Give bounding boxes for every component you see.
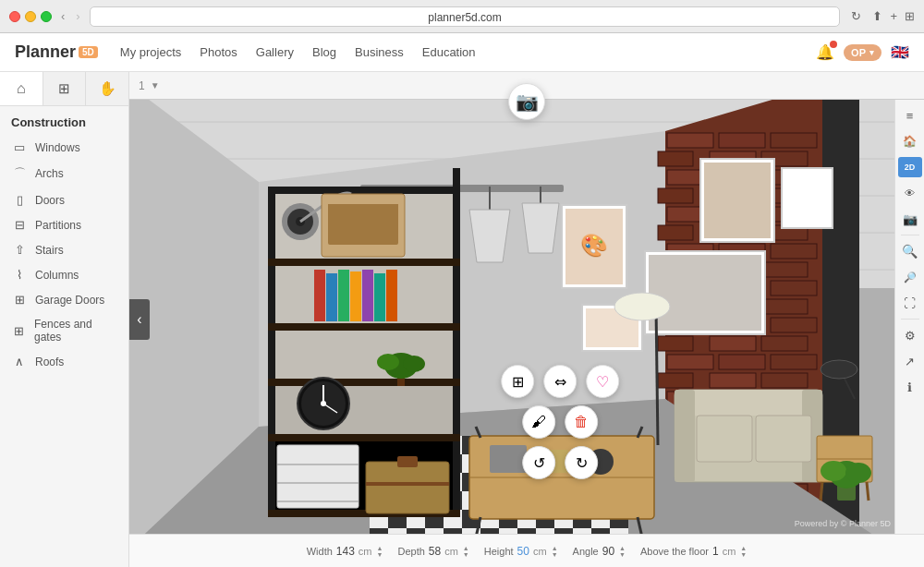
nav-my-projects[interactable]: My projects [120,45,181,59]
sidebar-item-columns[interactable]: ⌇ Columns [0,262,128,287]
sidebar-tab-categories[interactable]: ⊞ [43,72,87,105]
angle-stepper[interactable]: ▲ ▼ [619,545,626,558]
menu-icon-btn[interactable]: ≡ [898,103,922,127]
partitions-icon: ⊟ [11,218,28,232]
favorite-button[interactable]: ♡ [586,365,619,398]
paint-button[interactable]: 🖌 [522,405,555,439]
svg-rect-163 [366,462,449,513]
sidebar: ⌂ ⊞ ✋ Construction ▭ Windows ⌒ Archs ▯ D… [0,72,129,567]
doors-icon: ▯ [11,193,28,207]
height-stepper[interactable]: ▲ ▼ [552,545,558,558]
svg-rect-47 [658,373,693,388]
snapshot-btn[interactable]: 📷 [898,207,922,231]
tab-number: 1 [139,79,145,92]
archs-label: Archs [35,167,64,180]
width-stepper[interactable]: ▲ ▼ [377,545,383,558]
notification-bell[interactable]: 🔔 [816,43,834,61]
browser-action-share[interactable]: ⬆ [872,9,882,23]
height-value: 50 [517,545,529,558]
zoom-in-btn[interactable]: 🔍 [898,239,922,263]
nav-gallery[interactable]: Gallery [256,45,294,59]
svg-marker-127 [469,210,510,262]
rotate-left-button[interactable]: ↺ [522,446,555,479]
svg-rect-140 [275,331,453,379]
nav-forward-btn[interactable]: › [74,9,81,23]
svg-rect-161 [277,482,359,484]
browser-action-grid[interactable]: ⊞ [905,9,915,23]
left-nav-arrow[interactable]: ‹ [129,299,150,340]
svg-point-208 [821,461,846,481]
user-avatar[interactable]: OP ▾ [844,44,881,61]
fences-label: Fences and gates [34,318,117,344]
zoom-out-btn[interactable]: 🔎 [898,265,922,289]
svg-rect-145 [338,270,349,321]
traffic-lights [9,11,52,22]
tab-arrow-down[interactable]: ▼ [151,80,160,90]
3d-view-btn[interactable]: 👁 [898,181,922,205]
user-chevron: ▾ [869,48,874,57]
obj-btn-row-2: 🖌 🗑 [522,405,598,439]
svg-rect-11 [658,151,693,166]
sidebar-item-stairs[interactable]: ⇧ Stairs [0,237,128,262]
svg-rect-45 [719,355,765,369]
dim-height: Height 50 cm ▲ ▼ [484,545,558,558]
svg-text:🎨: 🎨 [580,232,608,259]
width-label: Width [307,546,333,557]
svg-marker-129 [522,203,559,253]
sidebar-item-doors[interactable]: ▯ Doors [0,187,128,212]
address-bar[interactable]: planner5d.com [90,6,841,27]
sidebar-tab-hand[interactable]: ✋ [86,72,128,105]
width-value: 143 [336,545,355,558]
nav-blog[interactable]: Blog [312,45,336,59]
sidebar-item-partitions[interactable]: ⊟ Partitions [0,212,128,237]
above-floor-unit: cm [723,546,736,557]
obj-btn-row-3: ↺ ↻ [522,446,598,479]
traffic-light-green[interactable] [41,11,52,22]
flip-button[interactable]: ⇔ [543,365,577,398]
windows-label: Windows [35,141,80,154]
settings-btn[interactable]: ⚙ [898,323,922,347]
svg-rect-170 [328,200,398,245]
browser-refresh[interactable]: ↻ [847,9,865,23]
sidebar-item-archs[interactable]: ⌒ Archs [0,160,128,187]
camera-button[interactable]: 📷 [508,83,545,120]
width-unit: cm [359,546,372,557]
canvas-bottom-bar: Width 143 cm ▲ ▼ Depth 58 cm ▲ ▼ Height [129,534,924,567]
svg-rect-159 [277,445,359,508]
nav-business[interactable]: Business [355,45,404,59]
traffic-light-yellow[interactable] [25,11,36,22]
svg-rect-136 [268,434,460,441]
depth-stepper[interactable]: ▲ ▼ [463,545,469,558]
dim-width: Width 143 cm ▲ ▼ [307,545,383,558]
flag-icon[interactable]: 🇬🇧 [891,43,909,61]
nav-education[interactable]: Education [422,45,476,59]
2d-view-btn[interactable]: 2D [898,157,922,177]
svg-rect-179 [649,255,761,331]
browser-action-add[interactable]: + [890,9,897,23]
above-floor-stepper[interactable]: ▲ ▼ [740,545,747,558]
copy-button[interactable]: ⊞ [501,365,534,398]
info-btn[interactable]: ℹ [898,375,922,399]
svg-rect-44 [667,355,713,369]
nav-photos[interactable]: Photos [200,45,237,59]
delete-button[interactable]: 🗑 [565,405,598,439]
powered-by: Powered by © Planner 5D [795,519,891,528]
sidebar-tab-home[interactable]: ⌂ [0,72,43,105]
sidebar-item-roofs[interactable]: ∧ Roofs [0,349,128,374]
sidebar-section-title: Construction [0,106,128,135]
roofs-icon: ∧ [11,355,28,368]
traffic-light-red[interactable] [9,11,20,22]
sidebar-item-garage-doors[interactable]: ⊞ Garage Doors [0,287,128,312]
app-bar-right: 🔔 OP ▾ 🇬🇧 [816,43,909,61]
sidebar-item-fences[interactable]: ⊞ Fences and gates [0,312,128,349]
fences-icon: ⊞ [11,324,27,338]
views-btn[interactable]: 🏠 [898,129,922,153]
fullscreen-btn[interactable]: ⛶ [898,291,922,315]
share-btn[interactable]: ↗ [898,349,922,373]
sidebar-item-windows[interactable]: ▭ Windows [0,135,128,160]
logo[interactable]: Planner 5D [15,42,98,62]
height-unit: cm [533,546,547,557]
rotate-right-button[interactable]: ↻ [565,446,598,479]
nav-back-btn[interactable]: ‹ [59,9,67,23]
doors-label: Doors [35,194,65,207]
